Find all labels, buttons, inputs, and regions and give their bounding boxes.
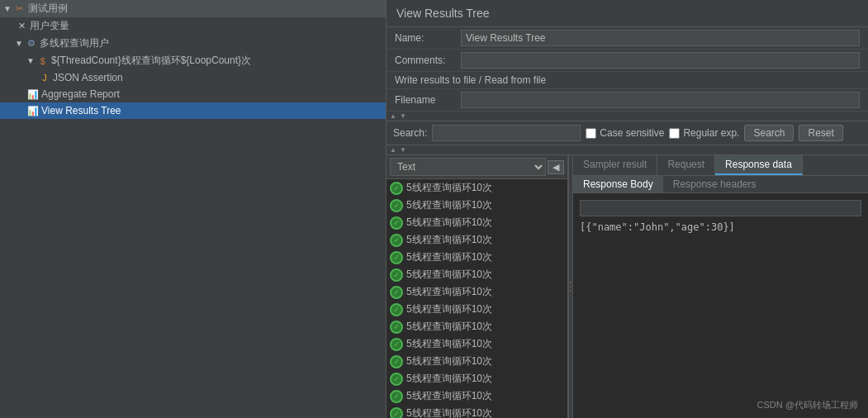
tree-item-loop-controller[interactable]: $ ${ThreadCount}线程查询循环${LoopCount}次 xyxy=(0,52,386,69)
tree-item-thread-group[interactable]: ⚙ 多线程查询用户 xyxy=(0,35,386,52)
success-icon xyxy=(390,338,403,351)
tree-item-user-vars[interactable]: ✕ 用户变量 xyxy=(0,17,386,35)
list-item[interactable]: 5线程查询循环10次 xyxy=(387,266,567,283)
tab-request[interactable]: Request xyxy=(657,155,715,175)
sample-label: 5线程查询循环10次 xyxy=(406,302,492,316)
tree-item-json-assertion[interactable]: J JSON Assertion xyxy=(0,69,386,86)
case-sensitive-label: Case sensitive xyxy=(600,127,664,139)
wrench-icon: ✕ xyxy=(15,20,28,33)
success-icon xyxy=(390,321,403,334)
success-icon xyxy=(390,199,403,212)
list-item[interactable]: 5线程查询循环10次 xyxy=(387,335,567,353)
arrow-icon xyxy=(15,39,23,48)
sample-label: 5线程查询循环10次 xyxy=(406,406,492,418)
comments-input[interactable] xyxy=(461,52,860,69)
json-icon: J xyxy=(38,71,51,84)
success-icon xyxy=(390,216,403,230)
name-input[interactable] xyxy=(461,30,860,46)
collapse-down-icon2: ▼ xyxy=(400,146,406,154)
sample-label: 5线程查询循环10次 xyxy=(406,389,492,403)
tree-item-test-plan[interactable]: ✂ 测试用例 xyxy=(0,0,386,17)
resizer-dot xyxy=(570,290,572,292)
filename-input[interactable] xyxy=(461,92,860,108)
sample-label: 5线程查询循环10次 xyxy=(406,198,492,212)
list-item[interactable]: 5线程查询循环10次 xyxy=(387,249,567,266)
success-icon xyxy=(390,234,403,247)
panel-title: View Results Tree xyxy=(387,0,868,27)
comments-label: Comments: xyxy=(395,55,461,66)
sample-label: 5线程查询循环10次 xyxy=(406,337,492,351)
sample-label: 5线程查询循环10次 xyxy=(406,216,492,230)
collapse-up-icon: ▲ xyxy=(390,112,396,120)
sample-label: 5线程查询循环10次 xyxy=(406,354,492,368)
resizer-dot xyxy=(570,286,572,287)
sub-tab-response-body[interactable]: Response Body xyxy=(573,176,663,192)
success-icon xyxy=(390,182,403,195)
success-icon xyxy=(390,390,403,403)
scroll-left-button[interactable]: ◀ xyxy=(548,160,564,174)
list-item[interactable]: 5线程查询循环10次 xyxy=(387,301,567,318)
sample-label: 5线程查询循环10次 xyxy=(406,233,492,247)
success-icon xyxy=(390,286,403,299)
collapse-bar-2[interactable]: ▲ ▼ xyxy=(387,145,868,155)
sub-tab-response-headers[interactable]: Response headers xyxy=(663,176,766,192)
sample-label: 5线程查询循环10次 xyxy=(406,320,492,334)
list-item[interactable]: 5线程查询循环10次 xyxy=(387,387,567,405)
list-item[interactable]: 5线程查询循环10次 xyxy=(387,370,567,387)
collapse-up-icon2: ▲ xyxy=(390,146,396,154)
regular-exp-label: Regular exp. xyxy=(683,127,739,139)
list-item[interactable]: 5线程查询循环10次 xyxy=(387,283,567,301)
case-sensitive-checkbox[interactable] xyxy=(586,128,596,139)
report-icon: 📊 xyxy=(26,88,40,101)
write-read-label: Write results to file / Read from file xyxy=(387,72,868,89)
format-select[interactable]: Text JSON XML HTML xyxy=(390,158,546,176)
list-item[interactable]: 5线程查询循环10次 xyxy=(387,231,567,249)
sample-label: 5线程查询循环10次 xyxy=(406,250,492,264)
dollar-icon: $ xyxy=(36,55,50,68)
name-label: Name: xyxy=(395,32,461,44)
regular-exp-checkbox[interactable] xyxy=(669,128,680,139)
response-body-input[interactable] xyxy=(580,200,861,216)
list-item[interactable]: 5线程查询循环10次 xyxy=(387,214,567,231)
list-item[interactable]: 5线程查询循环10次 xyxy=(387,179,567,197)
content-area: Text JSON XML HTML ◀ 5线程查询循环10次5线程查询循环10… xyxy=(387,155,868,418)
list-item[interactable]: 5线程查询循环10次 xyxy=(387,353,567,370)
report-icon: 📊 xyxy=(26,104,40,117)
success-icon xyxy=(390,355,403,368)
success-icon xyxy=(390,373,403,386)
sample-label: 5线程查询循环10次 xyxy=(406,285,492,299)
sample-list: 5线程查询循环10次5线程查询循环10次5线程查询循环10次5线程查询循环10次… xyxy=(387,179,567,418)
tree-item-view-results-tree[interactable]: 📊 View Results Tree xyxy=(0,102,386,119)
tree-item-aggregate-report[interactable]: 📊 Aggregate Report xyxy=(0,86,386,102)
list-item[interactable]: 5线程查询循环10次 xyxy=(387,197,567,214)
gear-icon: ⚙ xyxy=(25,37,38,50)
watermark: CSDN @代码转场工程师 xyxy=(757,399,858,411)
format-bar: Text JSON XML HTML ◀ xyxy=(387,155,567,179)
list-item[interactable]: 5线程查询循环10次 xyxy=(387,405,567,418)
sample-label: 5线程查询循环10次 xyxy=(406,181,492,195)
sample-label: 5线程查询循环10次 xyxy=(406,372,492,386)
tab-sampler-result[interactable]: Sampler result xyxy=(573,155,657,175)
collapse-bar-1[interactable]: ▲ ▼ xyxy=(387,112,868,121)
regular-exp-group: Regular exp. xyxy=(669,127,739,139)
tab-response-data[interactable]: Response data xyxy=(715,155,803,175)
list-item[interactable]: 5线程查询循环10次 xyxy=(387,318,567,335)
search-label: Search: xyxy=(393,127,427,139)
scissors-icon: ✂ xyxy=(13,2,26,16)
results-panel: Sampler result Request Response data Res… xyxy=(573,155,868,418)
search-button[interactable]: Search xyxy=(744,125,794,141)
search-input[interactable] xyxy=(432,125,581,141)
collapse-down-icon: ▼ xyxy=(400,112,406,120)
right-panel: View Results Tree Name: Comments: Write … xyxy=(387,0,868,418)
response-content: [{"name":"John","age":30}] xyxy=(573,193,868,418)
success-icon xyxy=(390,251,403,264)
left-panel: ✂ 测试用例 ✕ 用户变量 ⚙ 多线程查询用户 $ ${ThreadCount}… xyxy=(0,0,387,418)
success-icon xyxy=(390,303,403,316)
case-sensitive-group: Case sensitive xyxy=(586,127,664,139)
response-body-text: [{"name":"John","age":30}] xyxy=(580,221,861,233)
reset-button[interactable]: Reset xyxy=(799,125,842,141)
success-icon xyxy=(390,268,403,282)
filename-row: Filename xyxy=(387,89,868,112)
resizer-dot xyxy=(570,282,572,283)
samples-panel: Text JSON XML HTML ◀ 5线程查询循环10次5线程查询循环10… xyxy=(387,155,568,418)
